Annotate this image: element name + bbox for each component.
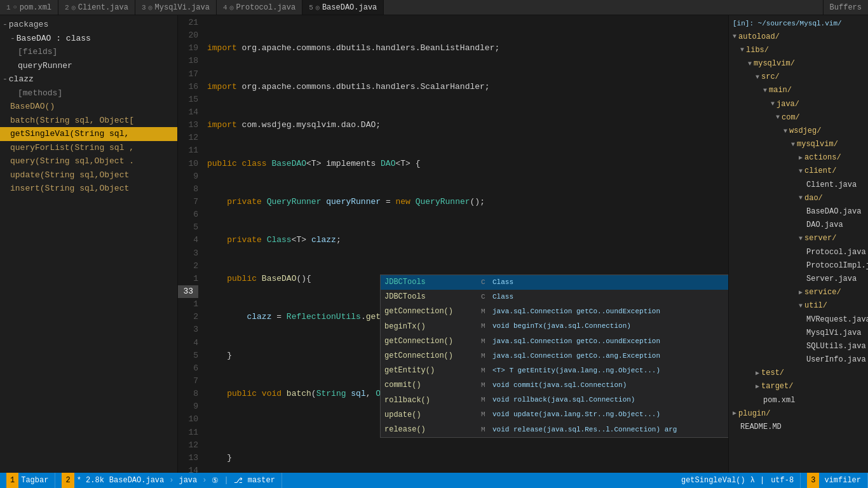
rs-pomxml[interactable]: pom.xml — [729, 394, 868, 407]
ac-name-9: rollback() — [384, 395, 480, 407]
rs-file-readme: README.MD — [733, 421, 782, 433]
code-line-16: private Class<T> clazz; — [207, 234, 728, 247]
rs-service-folder[interactable]: ▶ service/ — [729, 286, 868, 299]
rs-test-folder[interactable]: ▶ test/ — [729, 367, 868, 380]
sidebar-basedao-constructor[interactable]: BaseDAO() — [0, 100, 177, 114]
arrow-down-icon-10: ▼ — [799, 166, 803, 177]
autocomplete-item-4[interactable]: beginTx() M void beginTx(java.sql.Connec… — [381, 320, 728, 334]
rs-basedao-java[interactable]: BaseDAO.java — [729, 205, 868, 219]
rs-src[interactable]: ▼ src/ — [729, 71, 868, 84]
rs-dao-java[interactable]: DAO.java — [729, 219, 868, 232]
tab-mysqlvi-java[interactable]: 3 ◎ MysqlVi.java — [135, 0, 217, 15]
sidebar-queryrunner[interactable]: queryRunner — [0, 59, 177, 73]
arrow-right-icon-2: ▶ — [799, 288, 803, 298]
autocomplete-item-3[interactable]: getConnection() M java.sql.Connection ge… — [381, 304, 728, 319]
sidebar-insert-method[interactable]: insert(String sql,Object — [0, 182, 177, 196]
rs-header: [in]: ~/sources/Mysql.vim/ — [729, 18, 868, 30]
ac-type-8: void commit(java.sql.Connection) — [492, 380, 728, 391]
status-branch-icon: ⎇ — [234, 476, 243, 485]
rs-folder-libs: libs/ — [746, 44, 769, 57]
ac-name-8: commit() — [384, 379, 480, 391]
status-sep-1: › — [169, 476, 173, 485]
tab-basedao-java[interactable]: 5 ◎ BaseDAO.java — [302, 0, 384, 15]
rs-autoload[interactable]: ▼ autoload/ — [729, 30, 868, 44]
rs-header-text: [in]: ~/sources/Mysql.vim/ — [733, 18, 842, 30]
rs-server-java[interactable]: Server.java — [729, 273, 868, 286]
rs-util-folder[interactable]: ▼ util/ — [729, 299, 868, 313]
tab-client-java[interactable]: 2 ◎ Client.java — [58, 0, 135, 15]
rs-readme[interactable]: README.MD — [729, 421, 868, 434]
autocomplete-item-10[interactable]: update() M void update(java.lang.Str..ng… — [381, 408, 728, 423]
rs-protocolimpl-java[interactable]: ProtocolImpl.java — [729, 259, 868, 273]
sidebar-query-label: query(String sql,Object . — [10, 155, 134, 168]
autocomplete-item-7[interactable]: getEntity() M <T> T getEntity(java.lang.… — [381, 363, 728, 378]
sidebar-constructor-label: BaseDAO() — [10, 100, 55, 113]
status-filename: BaseDAO.java — [109, 476, 164, 485]
sidebar-queryforlist-method[interactable]: queryForList(String sql , — [0, 141, 177, 155]
status-sep-4: λ — [750, 476, 755, 485]
rs-mvrequest-java[interactable]: MVRequest.java — [729, 313, 868, 327]
tab-protocol-java[interactable]: 4 ◎ Protocol.java — [217, 0, 302, 15]
rs-sqlutils-java[interactable]: SQLUtils.java — [729, 340, 868, 353]
rs-wsdjeg[interactable]: ▼ wsdjeg/ — [729, 125, 868, 138]
rs-folder-server: server/ — [804, 233, 836, 245]
autocomplete-item-1[interactable]: JDBCTools C Class — [381, 275, 728, 290]
rs-libs[interactable]: ▼ libs/ — [729, 44, 868, 57]
sidebar-query-method[interactable]: query(String sql,Object . — [0, 154, 177, 168]
rs-server-folder[interactable]: ▼ server/ — [729, 232, 868, 245]
sidebar-batch-method[interactable]: batch(String sql, Object[ — [0, 114, 177, 128]
arrow-down-icon-13: ▼ — [799, 301, 803, 311]
rs-folder-wsdjeg: wsdjeg/ — [789, 125, 821, 137]
sidebar-basedao-class[interactable]: - BaseDAO : class — [0, 32, 177, 46]
arrow-down-icon: ▼ — [733, 32, 736, 42]
status-tagbar: Tagbar — [21, 476, 48, 485]
right-sidebar: [in]: ~/sources/Mysql.vim/ ▼ autoload/ ▼… — [728, 15, 868, 473]
sidebar-fields-section[interactable]: [fields] — [0, 45, 177, 59]
ac-type-2: Class — [492, 292, 728, 303]
rs-java[interactable]: ▼ java/ — [729, 98, 868, 111]
ac-kind-7: M — [481, 365, 491, 377]
autocomplete-item-5[interactable]: getConnection() M java.sql.Connection ge… — [381, 334, 728, 349]
ac-type-6: java.sql.Connection getCo..ang.Exception — [492, 351, 728, 362]
sidebar-getsingleval-method[interactable]: getSingleVal(String sql, — [0, 127, 177, 141]
sidebar-update-method[interactable]: update(String sql,Object — [0, 168, 177, 182]
rs-file-pomxml: pom.xml — [763, 395, 795, 407]
rs-mysqlvim2[interactable]: ▼ mysqlvim/ — [729, 138, 868, 151]
sidebar-methods-section[interactable]: [methods] — [0, 86, 177, 100]
autocomplete-item-2[interactable]: JDBCTools C Class — [381, 290, 728, 304]
rs-folder-actions: actions/ — [804, 152, 841, 164]
rs-com[interactable]: ▼ com/ — [729, 111, 868, 125]
tab-number-1: 1 — [6, 4, 11, 11]
rs-mysqlvi-java[interactable]: MysqlVi.java — [729, 327, 868, 340]
autocomplete-item-8[interactable]: commit() M void commit(java.sql.Connecti… — [381, 378, 728, 393]
main-area: - packages - BaseDAO : class [fields] qu… — [0, 15, 868, 473]
tab-label-1: pom.xml — [20, 3, 51, 12]
autocomplete-item-9[interactable]: rollback() M void rollback(java.sql.Conn… — [381, 393, 728, 408]
tab-label-3: MysqlVi.java — [155, 3, 210, 12]
rs-plugin-folder[interactable]: ▶ plugin/ — [729, 407, 868, 421]
rs-actions[interactable]: ▶ actions/ — [729, 151, 868, 165]
rs-target-folder[interactable]: ▶ target/ — [729, 380, 868, 393]
sidebar-packages[interactable]: - packages — [0, 18, 177, 32]
editor-area[interactable]: 21 20 19 18 17 16 15 14 13 12 11 10 9 8 … — [178, 15, 728, 473]
autocomplete-item-11[interactable]: release() M void release(java.sql.Res..l… — [381, 423, 728, 437]
rs-client-folder[interactable]: ▼ client/ — [729, 165, 868, 178]
ac-name-7: getEntity() — [384, 365, 480, 377]
rs-main[interactable]: ▼ main/ — [729, 84, 868, 97]
rs-userinfo-java[interactable]: UserInfo.java — [729, 353, 868, 367]
line-numbers: 21 20 19 18 17 16 15 14 13 12 11 10 9 8 … — [178, 15, 203, 473]
sidebar-clazz-label: clazz — [9, 73, 34, 86]
rs-dao-folder[interactable]: ▼ dao/ — [729, 192, 868, 205]
rs-protocol-java[interactable]: Protocol.java — [729, 246, 868, 259]
autocomplete-item-6[interactable]: getConnection() M java.sql.Connection ge… — [381, 349, 728, 363]
rs-mysqlvim[interactable]: ▼ mysqlvim/ — [729, 57, 868, 71]
ac-kind-4: M — [481, 321, 491, 332]
sidebar-clazz[interactable]: - clazz — [0, 72, 177, 86]
tab-pom-xml[interactable]: 1 ○ pom.xml — [0, 0, 58, 15]
autocomplete-popup[interactable]: JDBCTools C Class JDBCTools C Class getC… — [380, 274, 728, 438]
arrow-right-icon-4: ▶ — [756, 382, 759, 392]
sidebar-queryforlist-label: queryForList(String sql , — [10, 142, 134, 154]
rs-folder-mysqlvim: mysqlvim/ — [754, 58, 795, 70]
rs-folder-main: main/ — [769, 85, 792, 97]
rs-client-java[interactable]: Client.java — [729, 179, 868, 192]
